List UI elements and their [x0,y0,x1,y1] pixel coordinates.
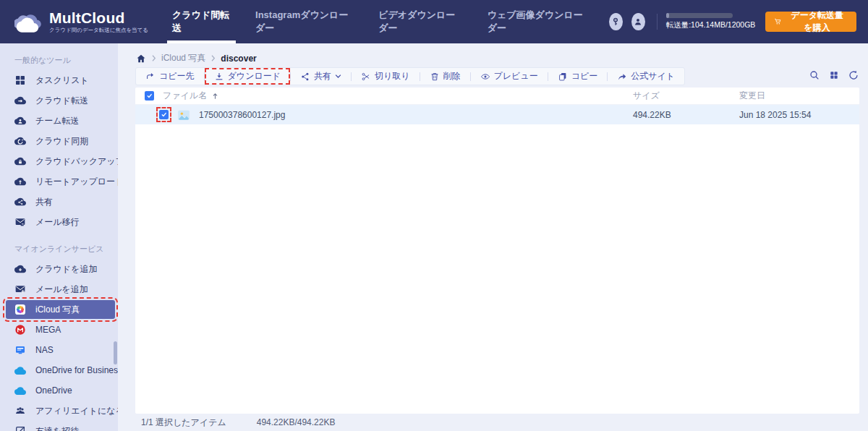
sidebar-item-remote-upload[interactable]: リモートアップロード [0,171,118,192]
file-toolbar: コピー先 ダウンロード 共有 切り取り 削除 プレビュー [135,67,685,85]
sidebar-item-cloud-backup[interactable]: クラウドバックアップ [0,151,118,171]
official-site-button[interactable]: 公式サイト [608,68,684,85]
sidebar-item-label: クラウドバックアップ [35,155,118,168]
sidebar-item-label: チーム転送 [35,115,80,127]
multcloud-logo[interactable]: MultCloud クラウド間のデータ転送に焦点を当てる [0,10,148,34]
icloud-photos-icon [14,304,26,315]
sidebar-item-label: アフィリエイトになる [35,405,118,417]
usage-progress-fill [666,13,669,18]
key-icon[interactable] [609,13,623,30]
affiliate-icon [14,405,26,417]
delete-button[interactable]: 削除 [420,68,470,85]
top-nav: クラウド間転送 Instagramダウンローダー ビデオダウンローダー ウェブ画… [160,0,600,43]
delete-icon [430,72,440,82]
column-header-size[interactable]: サイズ [633,90,739,102]
sidebar-item-team-transfer[interactable]: チーム転送 [0,111,118,131]
table-header-row: ファイル名 サイズ 変更日 [135,88,859,105]
breadcrumb-current-folder: discover [221,54,256,64]
sidebar-item-label: iCloud 写真 [35,304,80,316]
sidebar-item-label: メール移行 [35,216,80,229]
preview-button[interactable]: プレビュー [471,68,548,85]
cloud-share-icon [14,196,26,208]
grid-view-icon[interactable] [829,70,839,80]
sidebar-item-cloud-transfer[interactable]: クラウド転送 [0,90,118,111]
nav-tab-cloud-transfer[interactable]: クラウド間転送 [160,0,243,43]
sidebar-item-label: 友達を招待 [35,425,79,431]
top-header: MultCloud クラウド間のデータ転送に焦点を当てる クラウド間転送 Ins… [0,0,868,43]
sidebar-item-mega[interactable]: MEGA [0,320,118,340]
copy-icon [558,72,568,82]
nav-tab-video-downloader[interactable]: ビデオダウンローダー [366,0,475,43]
copy-to-icon [145,72,156,82]
sidebar-item-cloud-sync[interactable]: クラウド同期 [0,131,118,151]
sidebar-item-tasklist[interactable]: タスクリスト [0,70,118,90]
home-icon[interactable] [136,54,146,64]
cut-button[interactable]: 切り取り [352,68,420,85]
nav-tab-web-image-downloader[interactable]: ウェブ画像ダウンローダー [475,0,600,43]
sidebar-item-label: タスクリスト [35,74,89,87]
cart-icon [774,17,782,27]
mega-icon [14,324,26,336]
sidebar-item-share[interactable]: 共有 [0,192,118,212]
add-cloud-icon [14,263,26,275]
cut-icon [361,72,371,82]
breadcrumb: iCloud 写真 discover [136,52,257,64]
sidebar-item-label: OneDrive [35,385,72,396]
onedrive-icon [14,385,26,396]
chevron-down-icon [335,74,341,79]
toolbar-button-label: コピー先 [159,70,195,82]
sidebar-scrollbar[interactable] [114,341,117,364]
usage-text: 転送量:104.14MB/1200GB [666,20,756,30]
sidebar-item-add-email[interactable]: メールを追加 [0,279,118,299]
sidebar-item-affiliate[interactable]: アフィリエイトになる [0,401,118,421]
sidebar-section-my-services: マイオンラインサービス [0,232,118,259]
column-header-modified[interactable]: 変更日 [739,90,859,102]
buy-traffic-label: データ転送量を購入 [786,9,848,34]
copy-to-button[interactable]: コピー先 [136,68,204,85]
toolbar-button-label: 削除 [443,70,461,82]
toolbar-button-label: 共有 [314,70,331,82]
brand-name: MultCloud [49,10,148,26]
invite-friends-icon [14,425,26,431]
sidebar-item-invite-friends[interactable]: 友達を招待 [0,421,118,431]
file-row[interactable]: 175000378600127.jpg 494.22KB Jun 18 2025… [135,105,859,124]
onedrive-icon [14,364,26,376]
chevron-separator-icon [151,55,156,61]
file-modified-date: Jun 18 2025 15:54 [739,110,859,120]
buy-traffic-button[interactable]: データ転送量を購入 [765,12,856,32]
breadcrumb-icloud-photos[interactable]: iCloud 写真 [161,52,205,64]
search-icon[interactable] [809,69,820,81]
file-list-panel: ファイル名 サイズ 変更日 175000378600127.jpg 494.22… [135,88,859,414]
sidebar-item-label: NAS [35,345,54,355]
preview-icon [480,72,490,82]
column-header-name[interactable]: ファイル名 [163,90,207,102]
refresh-icon[interactable] [848,69,859,81]
toolbar-button-label: プレビュー [494,70,538,82]
sidebar: 一般的なツール タスクリスト クラウド転送 チーム転送 クラウド同期 クラウドバ… [0,43,118,431]
sidebar-item-email-migration[interactable]: メール移行 [0,212,118,232]
team-transfer-icon [14,115,26,127]
sidebar-item-onedrive-business[interactable]: OneDrive for Business [0,360,118,380]
file-name: 175000378600127.jpg [199,110,285,120]
file-size: 494.22KB [633,110,739,120]
select-all-checkbox[interactable] [145,91,154,101]
row-checkbox[interactable] [159,110,169,119]
download-button[interactable]: ダウンロード [205,68,290,85]
copy-button[interactable]: コピー [548,68,608,85]
nav-tab-instagram-downloader[interactable]: Instagramダウンローダー [243,0,366,43]
user-icon[interactable] [631,13,645,30]
sidebar-item-label: クラウドを追加 [35,263,97,276]
view-controls [809,69,859,81]
header-divider [657,14,658,30]
nas-icon [14,344,26,356]
sidebar-item-nas[interactable]: NAS [0,340,118,360]
header-right-group: 転送量:104.14MB/1200GB データ転送量を購入 [600,12,868,32]
sidebar-item-onedrive[interactable]: OneDrive [0,380,118,401]
sort-asc-icon[interactable] [211,92,219,101]
row-checkbox-highlight [159,110,169,119]
sidebar-item-label: メールを追加 [35,283,88,296]
sidebar-item-add-cloud[interactable]: クラウドを追加 [0,259,118,279]
status-bar: 1/1 選択したアイテム 494.22KB/494.22KB [135,414,335,431]
share-button[interactable]: 共有 [291,68,351,85]
sidebar-item-icloud-photos[interactable]: iCloud 写真 [6,300,115,319]
